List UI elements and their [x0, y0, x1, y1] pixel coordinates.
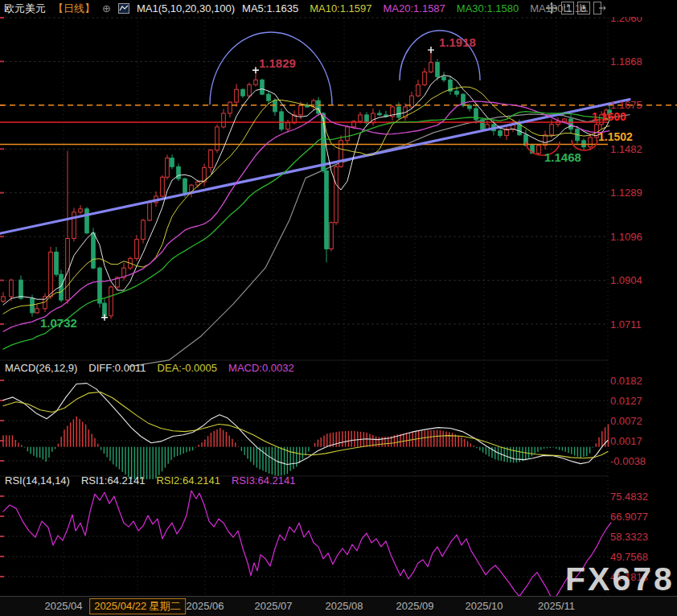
ma-legend-value: MA10:1.1597 [310, 2, 371, 14]
ma-legend-value: MA20:1.1587 [384, 2, 445, 14]
rsi-header: RSI(14,14,14) RSI1:64.2141 RSI2:64.2141 … [5, 474, 295, 487]
ma-legend-value: MA5:1.1635 [242, 2, 298, 14]
indicator-style-icon[interactable] [118, 3, 129, 14]
add-compare-icon[interactable]: ⊕ [102, 3, 111, 14]
time-axis-label: 2025/06 [187, 600, 224, 612]
rsi1-value: RSI1:64.2141 [81, 474, 146, 487]
axis-scale-icon[interactable] [561, 2, 574, 14]
rsi-pane[interactable] [0, 476, 608, 593]
time-axis-label: 2025/09 [396, 600, 434, 612]
time-axis[interactable]: 2025/042025/04/22 星期二2025/062025/072025/… [0, 596, 677, 616]
price-axis-scale[interactable] [608, 18, 677, 593]
macd-settings-label[interactable]: MACD(26,12,9) [5, 362, 77, 374]
trading-chart-app: 1.18291.19181.07321.14681.16001.15021.20… [0, 0, 677, 616]
time-axis-label: 2025/07 [255, 600, 293, 612]
period-label[interactable]: 【日线】 [53, 2, 95, 16]
ma-settings-label: MA1(5,10,20,30,100) [137, 2, 235, 14]
rsi2-value: RSI2:64.2141 [156, 474, 220, 487]
macd-dea-value: DEA:-0.0005 [158, 362, 217, 374]
symbol-title: 欧元美元 [4, 2, 46, 16]
time-axis-label: 2025/04 [45, 600, 83, 612]
ma-legend: MA5:1.1635MA10:1.1597MA20:1.1587MA30:1.1… [242, 2, 586, 14]
macd-pane[interactable] [0, 360, 608, 476]
main-price-pane[interactable] [0, 18, 608, 360]
ma-legend-value: MA30:1.1580 [457, 2, 519, 14]
macd-diff-value: DIFF:0.0011 [88, 362, 146, 374]
time-axis-crosshair-date: 2025/04/22 星期二 [89, 598, 186, 614]
exit-fullscreen-icon[interactable] [593, 2, 606, 14]
macd-header: MACD(26,12,9) DIFF:0.0011 DEA:-0.0005 MA… [5, 362, 294, 374]
rsi-settings-label[interactable]: RSI(14,14,14) [5, 474, 70, 487]
rsi3-value: RSI3:64.2141 [232, 474, 296, 487]
chart-toolbar [545, 2, 606, 14]
chart-play-icon[interactable] [577, 2, 590, 14]
time-axis-label: 2025/11 [538, 600, 575, 612]
time-axis-label: 2025/10 [466, 600, 503, 612]
macd-value: MACD:0.0032 [228, 362, 294, 374]
crosshair-move-icon[interactable] [545, 2, 558, 14]
time-axis-label: 2025/08 [326, 600, 363, 612]
